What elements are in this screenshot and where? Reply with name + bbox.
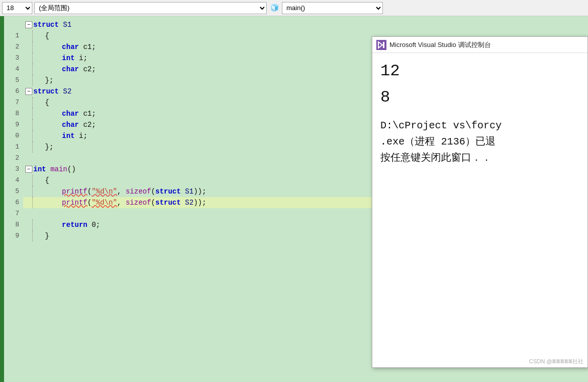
line-numbers: 1 2 3 4 5 6 7 8 9 0 1 2 3 4 5 6 7 8 9: [4, 16, 23, 382]
console-output-8: 8: [380, 85, 579, 110]
console-titlebar: Microsoft Visual Studio 调试控制台: [372, 37, 587, 53]
function-select[interactable]: main(): [282, 2, 383, 14]
svg-rect-2: [383, 42, 384, 48]
collapse-struct-s2[interactable]: −: [25, 88, 32, 95]
toolbar: 18 (全局范围) 🧊 main(): [0, 0, 588, 16]
console-body: 12 8 D:\cProject vs\forcy .exe（进程 2136）已…: [372, 53, 587, 367]
left-accent: [0, 16, 4, 382]
console-output-12: 12: [380, 59, 579, 83]
scope-select[interactable]: (全局范围): [34, 2, 267, 14]
console-output-path: D:\cProject vs\forcy .exe（进程 2136）已退 按任意…: [380, 118, 579, 166]
code-line: −struct S1: [23, 19, 588, 30]
console-title: Microsoft Visual Studio 调试控制台: [389, 40, 491, 50]
vs-icon: [376, 40, 386, 50]
collapse-struct-s1[interactable]: −: [25, 21, 32, 28]
editor-container: 1 2 3 4 5 6 7 8 9 0 1 2 3 4 5 6 7 8 9 −s…: [0, 16, 588, 382]
csdn-watermark: CSDN @ⅢⅢⅢⅢⅢ社社: [529, 358, 583, 365]
collapse-main[interactable]: −: [25, 166, 32, 173]
line-number-select[interactable]: 18: [2, 2, 32, 14]
console-window: Microsoft Visual Studio 调试控制台 12 8 D:\cP…: [372, 36, 588, 368]
cube-icon: 🧊: [269, 3, 280, 14]
